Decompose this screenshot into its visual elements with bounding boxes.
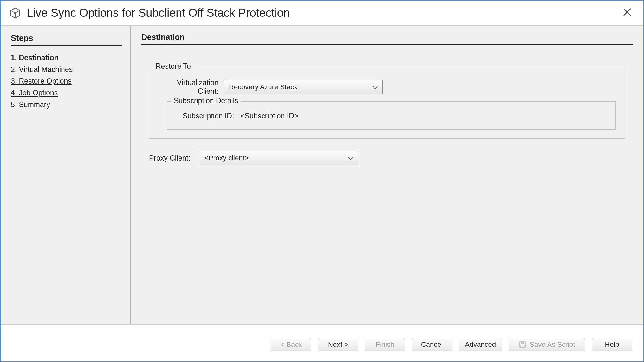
main-heading: Destination bbox=[141, 33, 633, 45]
subscription-id-row: Subscription ID: <Subscription ID> bbox=[176, 112, 607, 120]
sidebar-heading: Steps bbox=[11, 33, 122, 46]
advanced-button[interactable]: Advanced bbox=[459, 338, 502, 351]
subscription-details-fieldset: Subscription Details Subscription ID: <S… bbox=[167, 101, 616, 130]
app-icon bbox=[10, 7, 21, 19]
back-button: < Back bbox=[271, 338, 311, 351]
sidebar: Steps 1. Destination 2. Virtual Machines… bbox=[1, 26, 131, 324]
dialog-window: Live Sync Options for Subclient Off Stac… bbox=[0, 0, 644, 362]
proxy-client-row: Proxy Client: <Proxy client> bbox=[149, 151, 625, 165]
finish-button: Finish bbox=[365, 338, 405, 351]
step-restore-options[interactable]: 3. Restore Options bbox=[11, 77, 120, 86]
step-virtual-machines[interactable]: 2. Virtual Machines bbox=[11, 65, 120, 74]
footer: < Back Next > Finish Cancel Advanced Sav… bbox=[1, 324, 643, 361]
step-summary[interactable]: 5. Summary bbox=[11, 100, 120, 109]
chevron-down-icon bbox=[372, 83, 378, 91]
restore-to-fieldset: Restore To Virtualization Client: Recove… bbox=[149, 67, 625, 139]
proxy-client-value: <Proxy client> bbox=[205, 154, 249, 162]
main-panel: Destination Restore To Virtualization Cl… bbox=[131, 26, 643, 324]
save-as-script-button: Save As Script bbox=[509, 338, 585, 351]
proxy-client-label: Proxy Client: bbox=[149, 154, 200, 162]
save-script-icon bbox=[519, 341, 526, 348]
dialog-body: Steps 1. Destination 2. Virtual Machines… bbox=[1, 25, 643, 324]
restore-to-legend: Restore To bbox=[153, 62, 193, 71]
cancel-button[interactable]: Cancel bbox=[412, 338, 452, 351]
chevron-down-icon bbox=[348, 154, 354, 162]
close-icon[interactable] bbox=[620, 7, 634, 19]
virtualization-client-select[interactable]: Recovery Azure Stack bbox=[224, 80, 383, 94]
step-destination[interactable]: 1. Destination bbox=[11, 54, 120, 62]
next-button[interactable]: Next > bbox=[318, 338, 358, 351]
svg-point-3 bbox=[14, 12, 16, 14]
virtualization-client-row: Virtualization Client: Recovery Azure St… bbox=[158, 79, 616, 96]
virtualization-client-value: Recovery Azure Stack bbox=[229, 83, 297, 91]
subscription-id-label: Subscription ID: bbox=[183, 112, 234, 120]
svg-rect-8 bbox=[521, 345, 524, 347]
dialog-title: Live Sync Options for Subclient Off Stac… bbox=[27, 6, 620, 20]
proxy-client-select[interactable]: <Proxy client> bbox=[200, 151, 358, 165]
titlebar: Live Sync Options for Subclient Off Stac… bbox=[1, 1, 643, 25]
subscription-id-value: <Subscription ID> bbox=[240, 112, 298, 120]
save-as-script-label: Save As Script bbox=[530, 340, 575, 349]
step-job-options[interactable]: 4. Job Options bbox=[11, 89, 120, 97]
subscription-details-legend: Subscription Details bbox=[171, 97, 241, 105]
help-button[interactable]: Help bbox=[592, 338, 632, 351]
svg-rect-7 bbox=[521, 342, 524, 344]
virtualization-client-label: Virtualization Client: bbox=[158, 79, 218, 96]
step-list: 1. Destination 2. Virtual Machines 3. Re… bbox=[11, 54, 120, 109]
